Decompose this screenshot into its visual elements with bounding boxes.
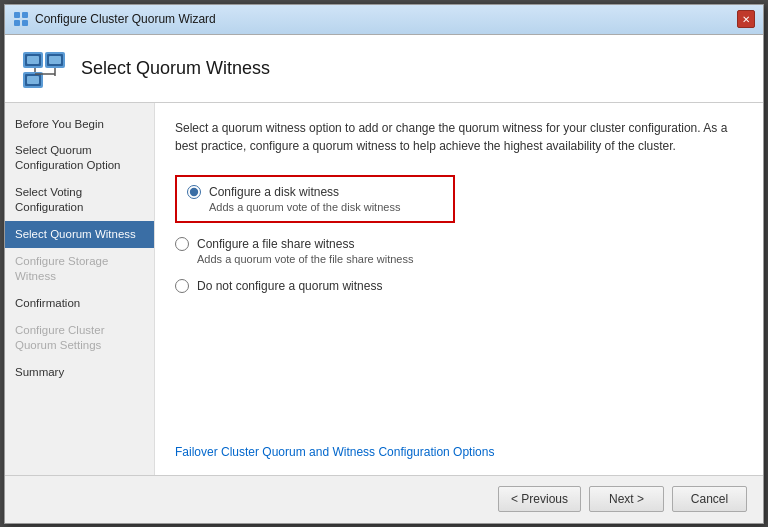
sidebar-item-configure-storage: Configure Storage Witness: [5, 248, 154, 290]
sidebar-item-select-voting[interactable]: Select Voting Configuration: [5, 179, 154, 221]
app-icon: [13, 11, 29, 27]
radio-disk-witness[interactable]: [187, 185, 201, 199]
sidebar-item-configure-cluster-quorum: Configure Cluster Quorum Settings: [5, 317, 154, 359]
svg-rect-2: [14, 20, 20, 26]
radio-file-share-witness-label: Configure a file share witness: [197, 237, 354, 251]
radio-file-share-witness[interactable]: [175, 237, 189, 251]
svg-rect-1: [22, 12, 28, 18]
title-bar-controls: ✕: [737, 10, 755, 28]
previous-button[interactable]: < Previous: [498, 486, 581, 512]
link-area: Failover Cluster Quorum and Witness Conf…: [175, 425, 743, 459]
header-area: Select Quorum Witness: [5, 35, 763, 103]
svg-rect-6: [27, 56, 39, 64]
description-text: Select a quorum witness option to add or…: [175, 119, 743, 155]
sidebar-item-confirmation[interactable]: Confirmation: [5, 290, 154, 317]
sidebar-item-select-quorum-witness[interactable]: Select Quorum Witness: [5, 221, 154, 248]
radio-no-witness[interactable]: [175, 279, 189, 293]
wizard-window: Configure Cluster Quorum Wizard ✕ Select…: [4, 4, 764, 524]
title-bar: Configure Cluster Quorum Wizard ✕: [5, 5, 763, 35]
radio-file-share-witness-desc: Adds a quorum vote of the file share wit…: [197, 253, 743, 265]
svg-rect-12: [27, 76, 39, 84]
help-link[interactable]: Failover Cluster Quorum and Witness Conf…: [175, 445, 494, 459]
svg-rect-0: [14, 12, 20, 18]
sidebar-item-summary[interactable]: Summary: [5, 359, 154, 386]
content-area: Select a quorum witness option to add or…: [155, 103, 763, 475]
next-button[interactable]: Next >: [589, 486, 664, 512]
sidebar-item-before-you-begin[interactable]: Before You Begin: [5, 111, 154, 138]
option-no-witness[interactable]: Do not configure a quorum witness: [175, 279, 743, 293]
page-title: Select Quorum Witness: [81, 58, 270, 79]
svg-rect-9: [49, 56, 61, 64]
header-icon: [21, 44, 69, 92]
option-group: Configure a disk witness Adds a quorum v…: [175, 175, 743, 293]
close-button[interactable]: ✕: [737, 10, 755, 28]
sidebar-item-select-quorum-config[interactable]: Select Quorum Configuration Option: [5, 137, 154, 179]
title-bar-left: Configure Cluster Quorum Wizard: [13, 11, 216, 27]
main-area: Before You Begin Select Quorum Configura…: [5, 103, 763, 475]
svg-rect-3: [22, 20, 28, 26]
option-file-share-witness[interactable]: Configure a file share witness Adds a qu…: [175, 237, 743, 265]
option-disk-witness[interactable]: Configure a disk witness Adds a quorum v…: [175, 175, 743, 223]
sidebar: Before You Begin Select Quorum Configura…: [5, 103, 155, 475]
cancel-button[interactable]: Cancel: [672, 486, 747, 512]
radio-disk-witness-label: Configure a disk witness: [209, 185, 339, 199]
footer: < Previous Next > Cancel: [5, 475, 763, 523]
radio-no-witness-label: Do not configure a quorum witness: [197, 279, 382, 293]
window-title: Configure Cluster Quorum Wizard: [35, 12, 216, 26]
radio-disk-witness-desc: Adds a quorum vote of the disk witness: [209, 201, 443, 213]
